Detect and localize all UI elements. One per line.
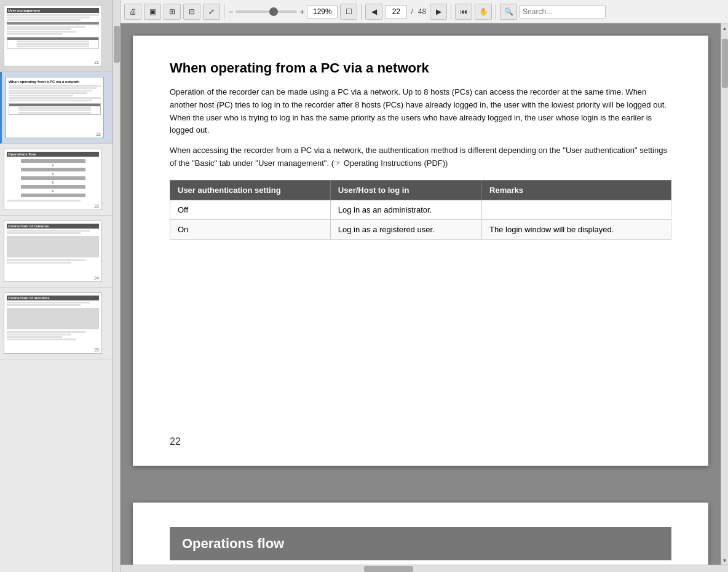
cell-user-off: Log in as an administrator. bbox=[330, 200, 481, 219]
table-row-off: Off Log in as an administrator. bbox=[170, 200, 671, 219]
thumb-box-24: Connection of cameras 24 bbox=[4, 221, 102, 282]
thumb-page-23: 23 bbox=[94, 204, 99, 208]
thumb-page-21: 21 bbox=[94, 60, 99, 65]
zoom-slider[interactable] bbox=[235, 10, 297, 13]
first-page-button[interactable]: ⏮ bbox=[455, 4, 472, 20]
last-page-button[interactable]: ✋ bbox=[475, 4, 492, 20]
toolbar: 🖨 ▣ ⊞ ⊟ ⤢ − + 129% ☐ ◀ 22 / 48 ▶ ⏮ ✋ bbox=[121, 0, 728, 23]
cell-setting-on: On bbox=[170, 219, 331, 239]
page-separator: / bbox=[410, 7, 414, 16]
thumb-title-21: User management bbox=[7, 8, 99, 13]
scroll-up-arrow[interactable]: ▲ bbox=[722, 25, 727, 33]
page-22-para2: When accessing the recorder from a PC vi… bbox=[170, 144, 671, 170]
sidebar-thumb-21[interactable]: User management 21 bbox=[0, 0, 113, 72]
single-page-button[interactable]: ▣ bbox=[144, 4, 161, 20]
thumb-box-25: Connection of monitors 25 bbox=[4, 292, 102, 354]
cell-remarks-on: The login window will be displayed. bbox=[482, 219, 671, 239]
next-page-button[interactable]: ▶ bbox=[430, 4, 447, 20]
toolbar-sep-3 bbox=[451, 4, 451, 19]
toolbar-sep-1 bbox=[224, 4, 224, 19]
thumb-box-23: Operations flow 23 bbox=[4, 149, 102, 210]
thumb-box-21: User management 21 bbox=[4, 5, 102, 66]
rotate-button[interactable]: ⤢ bbox=[203, 4, 220, 20]
page-23-wrapper: Operations flow 1 Obtain the license (Re… bbox=[121, 490, 721, 565]
zoom-input[interactable]: 129% bbox=[307, 5, 338, 18]
thumb-title-23: Operations flow bbox=[7, 152, 99, 157]
search-input[interactable] bbox=[520, 5, 606, 18]
main-scrollbar-thumb[interactable] bbox=[722, 39, 728, 88]
sidebar: User management 21 When operating from a… bbox=[0, 0, 113, 572]
page-22-heading: When operating from a PC via a network bbox=[170, 60, 671, 76]
table-header-setting: User authentication setting bbox=[170, 180, 331, 200]
toolbar-sep-4 bbox=[496, 4, 496, 19]
zoom-out-icon[interactable]: − bbox=[228, 7, 233, 17]
zoom-slider-wrap: − + bbox=[228, 7, 304, 17]
cell-user-on: Log in as a registered user. bbox=[330, 219, 481, 239]
thumb-box-22: When operating from a PC via a network 2… bbox=[6, 77, 104, 138]
zoom-in-icon[interactable]: + bbox=[299, 7, 304, 17]
search-button[interactable]: 🔍 bbox=[500, 4, 517, 20]
page-22-wrapper: When operating from a PC via a network O… bbox=[121, 23, 721, 490]
bottom-scrollbar[interactable] bbox=[121, 565, 728, 572]
pdf-page-23: Operations flow 1 Obtain the license (Re… bbox=[133, 503, 708, 565]
table-header-remarks: Remarks bbox=[482, 180, 671, 200]
print-button[interactable]: 🖨 bbox=[124, 4, 141, 20]
sidebar-thumb-22[interactable]: When operating from a PC via a network 2… bbox=[0, 72, 113, 144]
auth-table: User authentication setting User/Host to… bbox=[170, 180, 671, 240]
page-view-button[interactable]: ☐ bbox=[340, 4, 357, 20]
table-row-on: On Log in as a registered user. The logi… bbox=[170, 219, 671, 239]
table-header-user: User/Host to log in bbox=[330, 180, 481, 200]
page-input[interactable]: 22 bbox=[385, 5, 407, 18]
bottom-scrollbar-thumb[interactable] bbox=[364, 566, 413, 572]
sidebar-thumb-25[interactable]: Connection of monitors 25 bbox=[0, 288, 113, 359]
continuous-button[interactable]: ⊞ bbox=[164, 4, 181, 20]
prev-page-button[interactable]: ◀ bbox=[365, 4, 382, 20]
thumb-title-22: When operating from a PC via a network bbox=[9, 80, 101, 84]
main-area: 🖨 ▣ ⊞ ⊟ ⤢ − + 129% ☐ ◀ 22 / 48 ▶ ⏮ ✋ bbox=[121, 0, 728, 572]
thumb-title-24: Connection of cameras bbox=[7, 224, 99, 229]
thumb-page-25: 25 bbox=[94, 348, 99, 352]
zoom-slider-thumb[interactable] bbox=[269, 7, 278, 16]
total-pages: 48 bbox=[417, 7, 427, 16]
cell-remarks-off bbox=[482, 200, 671, 219]
ops-flow-heading: Operations flow bbox=[170, 527, 671, 560]
thumb-title-25: Connection of monitors bbox=[7, 296, 99, 300]
sidebar-scrollbar[interactable] bbox=[113, 0, 121, 572]
sidebar-thumb-24[interactable]: Connection of cameras 24 bbox=[0, 216, 113, 288]
thumb-page-22: 22 bbox=[96, 132, 101, 136]
facing-button[interactable]: ⊟ bbox=[183, 4, 200, 20]
toolbar-sep-2 bbox=[361, 4, 362, 19]
cell-setting-off: Off bbox=[170, 200, 331, 219]
main-scrollbar[interactable]: ▲ ▼ bbox=[721, 23, 728, 565]
pdf-page-22: When operating from a PC via a network O… bbox=[133, 36, 708, 466]
page-22-para1: Operation of the recorder can be made us… bbox=[170, 86, 671, 137]
sidebar-scrollbar-thumb[interactable] bbox=[114, 26, 120, 63]
page-22-number: 22 bbox=[170, 436, 181, 447]
thumb-page-24: 24 bbox=[94, 276, 99, 280]
sidebar-thumb-23[interactable]: Operations flow 23 bbox=[0, 144, 113, 216]
content-area[interactable]: When operating from a PC via a network O… bbox=[121, 23, 721, 565]
scroll-down-arrow[interactable]: ▼ bbox=[722, 557, 727, 565]
